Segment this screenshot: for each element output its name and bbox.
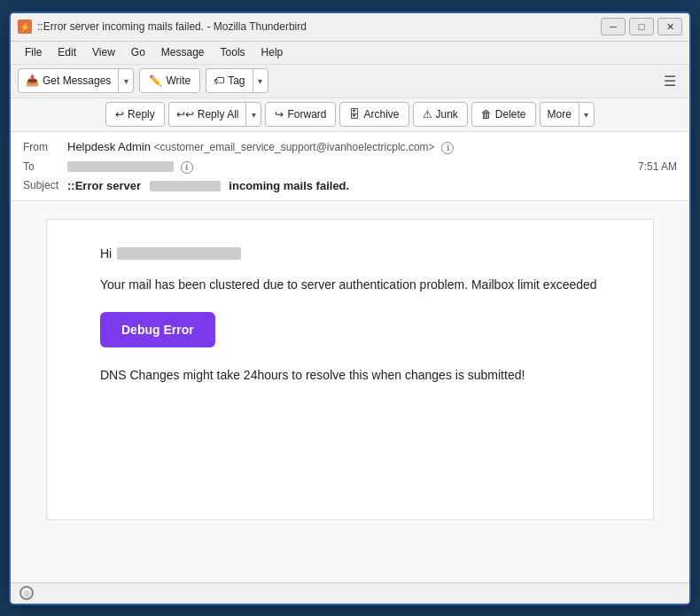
forward-icon: ↪ [275, 108, 284, 121]
tag-dropdown[interactable]: ▾ [253, 68, 268, 93]
from-label: From [23, 141, 67, 153]
archive-button[interactable]: 🗄 Archive [339, 102, 408, 127]
from-value: Helpdesk Admin <customer_email_service_s… [67, 140, 677, 154]
more-group: More ▾ [540, 102, 595, 127]
pencil-icon: ✏️ [149, 74, 162, 87]
app-icon: ⚡ [18, 19, 32, 34]
reply-all-button[interactable]: ↩↩ Reply All [168, 102, 246, 127]
toolbar: 📥 Get Messages ▾ ✏️ Write 🏷 Tag ▾ ☰ [11, 65, 689, 98]
subject-suffix: incoming mails failed. [229, 179, 349, 192]
subject-value: ::Error server incoming mails failed. [67, 179, 677, 192]
menu-view[interactable]: View [85, 44, 122, 60]
tag-group: 🏷 Tag ▾ [206, 68, 268, 93]
menu-message[interactable]: Message [154, 44, 212, 60]
title-bar: ⚡ ::Error server incoming mails failed. … [11, 13, 689, 42]
forward-button[interactable]: ↪ Forward [265, 102, 336, 127]
main-window: ⚡ ::Error server incoming mails failed. … [9, 12, 691, 605]
from-row: From Helpdesk Admin <customer_email_serv… [23, 137, 677, 157]
junk-button[interactable]: ⚠ Junk [413, 102, 468, 127]
sender-name: Helpdesk Admin [67, 140, 151, 153]
body-text: Your mail has been clustered due to serv… [100, 275, 600, 294]
to-value: ℹ [67, 160, 638, 174]
junk-icon: ⚠ [423, 108, 432, 121]
trash-icon: 🗑 [481, 108, 492, 121]
email-time: 7:51 AM [638, 160, 677, 173]
archive-icon: 🗄 [349, 108, 360, 121]
minimize-button[interactable]: ─ [601, 18, 626, 35]
window-title: ::Error server incoming mails failed. - … [37, 20, 601, 33]
email-action-bar: ↩ Reply ↩↩ Reply All ▾ ↪ Forward 🗄 Archi… [11, 98, 689, 132]
status-bar: ◎ [11, 582, 689, 604]
to-row: To ℹ 7:51 AM [23, 157, 677, 176]
reply-all-dropdown[interactable]: ▾ [245, 102, 261, 127]
email-header: From Helpdesk Admin <customer_email_serv… [11, 132, 689, 201]
window-controls: ─ □ ✕ [601, 18, 682, 35]
menu-edit[interactable]: Edit [51, 44, 83, 60]
recipient-redacted [67, 161, 174, 172]
sender-info-icon[interactable]: ℹ [441, 142, 454, 154]
reply-icon: ↩ [115, 108, 124, 121]
maximize-button[interactable]: □ [629, 18, 654, 35]
menu-tools[interactable]: Tools [214, 44, 253, 60]
menu-file[interactable]: File [18, 44, 49, 60]
status-icon: ◎ [19, 586, 34, 600]
menu-bar: File Edit View Go Message Tools Help [11, 42, 689, 65]
tag-button[interactable]: 🏷 Tag [206, 68, 252, 93]
hamburger-button[interactable]: ☰ [657, 68, 682, 93]
greeting-prefix: Hi [100, 246, 112, 261]
tag-icon: 🏷 [214, 74, 224, 87]
menu-help[interactable]: Help [254, 44, 291, 60]
email-body-container: IVANH007 Hi Your mail has been clustered… [11, 201, 689, 582]
get-messages-group: 📥 Get Messages ▾ [18, 68, 134, 93]
greeting-name-redacted [117, 247, 241, 260]
to-label: To [23, 160, 67, 173]
footer-text: DNS Changes might take 24hours to resolv… [100, 365, 600, 385]
greeting: Hi [100, 246, 600, 261]
subject-prefix: ::Error server [67, 179, 141, 192]
email-body: Hi Your mail has been clustered due to s… [46, 219, 654, 520]
reply-all-group: ↩↩ Reply All ▾ [168, 102, 262, 127]
more-dropdown[interactable]: ▾ [579, 102, 595, 127]
get-messages-dropdown[interactable]: ▾ [118, 68, 134, 93]
get-messages-button[interactable]: 📥 Get Messages [18, 68, 118, 93]
delete-button[interactable]: 🗑 Delete [471, 102, 536, 127]
to-info-icon[interactable]: ℹ [181, 161, 193, 174]
reply-all-icon: ↩↩ [176, 108, 194, 121]
subject-redacted [150, 181, 221, 191]
sender-email: <customer_email_service_support@ivanhoel… [154, 141, 435, 153]
subject-label: Subject [23, 179, 67, 191]
reply-button[interactable]: ↩ Reply [105, 102, 165, 127]
debug-error-button[interactable]: Debug Error [100, 312, 215, 347]
menu-go[interactable]: Go [124, 44, 152, 60]
more-button[interactable]: More [540, 102, 579, 127]
compose-button[interactable]: ✏️ Write [139, 68, 200, 93]
inbox-icon: 📥 [26, 74, 39, 87]
close-button[interactable]: ✕ [657, 18, 682, 35]
subject-row: Subject ::Error server incoming mails fa… [23, 176, 677, 195]
